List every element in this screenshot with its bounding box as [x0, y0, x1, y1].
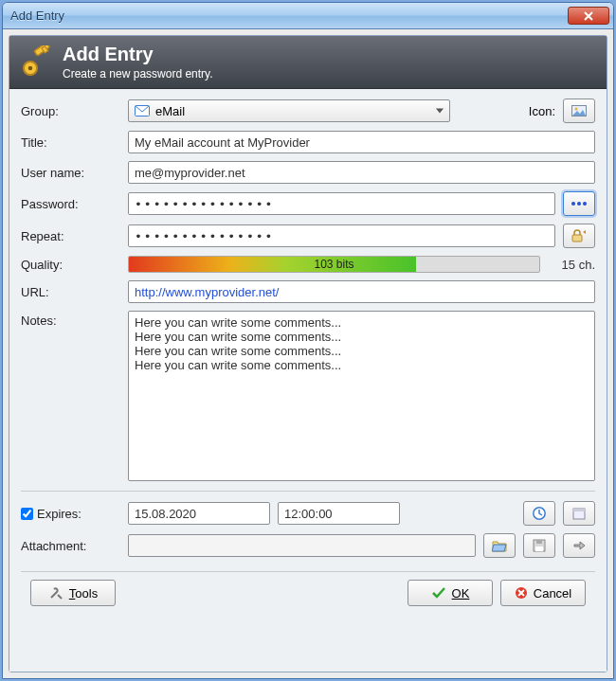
- svg-point-1: [28, 65, 33, 70]
- attachment-field: [128, 534, 476, 557]
- username-label: User name:: [21, 166, 120, 180]
- quality-bar: 103 bits: [128, 256, 540, 273]
- icon-picker-button[interactable]: [563, 99, 595, 123]
- notes-textarea[interactable]: [128, 311, 595, 481]
- title-label: Title:: [21, 135, 120, 150]
- svg-rect-10: [573, 509, 585, 511]
- clock-icon: [532, 506, 547, 521]
- banner-title: Add Entry: [63, 44, 213, 65]
- close-button[interactable]: [568, 7, 609, 25]
- quality-chars: 15 ch.: [548, 258, 595, 272]
- password-input[interactable]: [128, 192, 555, 215]
- separator: [21, 491, 595, 492]
- picture-icon: [571, 105, 587, 116]
- banner: Add Entry Create a new password entry.: [9, 36, 607, 89]
- expiry-preset-button[interactable]: [523, 501, 555, 526]
- mail-icon: [135, 105, 150, 116]
- expires-time-input[interactable]: [278, 502, 400, 525]
- expiry-calendar-button[interactable]: [563, 501, 595, 526]
- icon-label: Icon:: [529, 104, 555, 118]
- window-title: Add Entry: [10, 9, 568, 23]
- ok-label: OK: [452, 586, 470, 600]
- form: Group: eMail Icon: Title:: [9, 89, 607, 672]
- password-label: Password:: [21, 197, 120, 211]
- quality-bits: 103 bits: [129, 257, 539, 272]
- tools-button[interactable]: TToolsools: [30, 580, 116, 606]
- svg-rect-13: [535, 547, 543, 551]
- group-combo[interactable]: eMail: [128, 99, 450, 122]
- attach-open-button[interactable]: [483, 533, 516, 558]
- titlebar: Add Entry: [3, 3, 613, 29]
- calendar-icon: [572, 507, 586, 520]
- svg-point-6: [575, 108, 578, 111]
- banner-subtitle: Create a new password entry.: [63, 67, 213, 81]
- add-entry-dialog: Add Entry Add Entry Create a new passwor…: [2, 2, 614, 679]
- attachment-label: Attachment:: [21, 539, 120, 553]
- key-icon: [19, 45, 53, 80]
- close-icon: [584, 11, 593, 21]
- repeat-input[interactable]: [128, 224, 555, 247]
- tools-icon: [48, 585, 63, 600]
- repeat-label: Repeat:: [21, 229, 120, 243]
- ok-button[interactable]: OK: [408, 580, 493, 606]
- url-label: URL:: [21, 285, 120, 299]
- show-password-button[interactable]: [563, 191, 595, 216]
- cancel-icon: [515, 586, 528, 600]
- svg-rect-12: [536, 540, 542, 544]
- chevron-down-icon: [436, 109, 444, 114]
- button-bar: TToolsools OK Cancel: [21, 571, 595, 614]
- username-input[interactable]: [128, 161, 595, 184]
- notes-label: Notes:: [21, 311, 120, 328]
- url-input[interactable]: [128, 280, 595, 303]
- cancel-label: Cancel: [534, 586, 571, 600]
- attach-remove-button[interactable]: [563, 533, 595, 558]
- banner-texts: Add Entry Create a new password entry.: [63, 44, 213, 81]
- dialog-inner: Add Entry Create a new password entry. G…: [9, 35, 607, 672]
- remove-icon: [572, 539, 586, 552]
- expires-label: Expires:: [37, 507, 82, 521]
- attach-save-button[interactable]: [523, 533, 555, 558]
- svg-rect-7: [572, 235, 582, 242]
- expires-checkbox[interactable]: [21, 508, 33, 520]
- dots-icon: [571, 202, 587, 206]
- folder-open-icon: [492, 539, 507, 552]
- generate-password-button[interactable]: [563, 224, 595, 248]
- group-value: eMail: [155, 104, 185, 118]
- group-label: Group:: [21, 104, 120, 118]
- diskette-icon: [533, 539, 546, 552]
- check-icon: [431, 585, 446, 600]
- title-input[interactable]: [128, 131, 595, 153]
- expires-date-input[interactable]: [128, 502, 270, 525]
- quality-label: Quality:: [21, 258, 120, 272]
- cancel-button[interactable]: Cancel: [500, 580, 586, 606]
- generate-icon: [571, 228, 587, 243]
